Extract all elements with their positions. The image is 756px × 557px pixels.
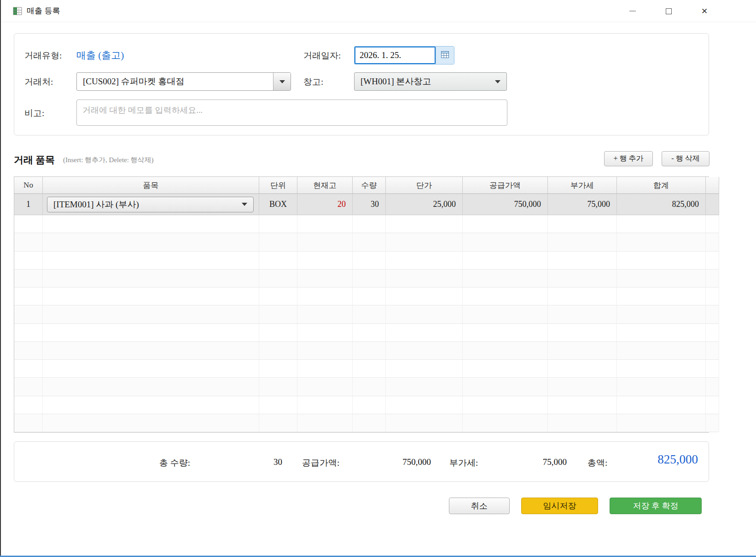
items-table: No 품목 단위 현재고 수량 단가 공급가액 부가세 합계 1 [ITEM00… (14, 176, 709, 433)
empty-cell (259, 360, 297, 378)
empty-cell (297, 360, 353, 378)
empty-cell (259, 287, 297, 305)
transaction-date-label: 거래일자: (303, 50, 341, 62)
header-unit-price: 단가 (386, 177, 463, 194)
items-grid: No 품목 단위 현재고 수량 단가 공급가액 부가세 합계 1 [ITEM00… (14, 177, 709, 432)
empty-cell (617, 414, 706, 432)
empty-cell (353, 396, 386, 414)
empty-cell (706, 324, 719, 342)
date-input[interactable] (355, 47, 436, 64)
empty-cell (706, 252, 719, 270)
empty-cell (548, 252, 617, 270)
empty-cell (706, 270, 719, 287)
window-title: 매출 등록 (27, 6, 60, 16)
empty-cell (463, 396, 548, 414)
calendar-button[interactable] (436, 47, 454, 64)
temp-save-button[interactable]: 임시저장 (521, 498, 598, 514)
items-section-hint: (Insert: 행추가, Delete: 행삭제) (63, 156, 154, 164)
total-qty-value: 30 (244, 457, 282, 467)
empty-cell (706, 414, 719, 432)
empty-cell (353, 252, 386, 270)
empty-cell (386, 233, 463, 251)
empty-cell (463, 305, 548, 323)
empty-cell (548, 305, 617, 323)
empty-cell (14, 252, 43, 270)
empty-cell (463, 215, 548, 233)
empty-cell (548, 378, 617, 396)
empty-cell (43, 414, 259, 432)
empty-cell (297, 287, 353, 305)
items-section-title: 거래 품목 (14, 153, 55, 166)
empty-cell (353, 287, 386, 305)
empty-cell (43, 270, 259, 287)
unit-cell: BOX (259, 194, 297, 215)
empty-cell (463, 360, 548, 378)
empty-cell (43, 215, 259, 233)
warehouse-value: [WH001] 본사창고 (355, 76, 489, 88)
empty-cell (259, 342, 297, 360)
empty-cell (43, 233, 259, 251)
empty-cell (353, 305, 386, 323)
warehouse-dropdown[interactable]: [WH001] 본사창고 (354, 72, 507, 91)
supply-amount-value: 750,000 (364, 457, 431, 467)
memo-input[interactable] (76, 100, 507, 126)
empty-cell (463, 342, 548, 360)
save-confirm-button[interactable]: 저장 후 확정 (610, 498, 702, 514)
empty-cell (617, 233, 706, 251)
qty-cell[interactable]: 30 (353, 194, 386, 215)
titlebar: 매출 등록 ✕ (1, 0, 756, 22)
empty-cell (548, 360, 617, 378)
calendar-icon (441, 51, 449, 60)
unit-price-cell[interactable]: 25,000 (386, 194, 463, 215)
empty-cell (617, 360, 706, 378)
empty-cell (463, 233, 548, 251)
empty-cell (259, 233, 297, 251)
item-dropdown[interactable]: [ITEM001] 사과 (부사) (47, 197, 254, 212)
empty-cell (14, 270, 43, 287)
empty-cell (548, 215, 617, 233)
empty-cell (386, 414, 463, 432)
empty-cell (353, 378, 386, 396)
total-cell: 825,000 (617, 194, 706, 215)
close-button[interactable]: ✕ (694, 0, 715, 22)
empty-cell (14, 342, 43, 360)
empty-cell (617, 252, 706, 270)
empty-cell (297, 342, 353, 360)
empty-cell (706, 396, 719, 414)
empty-cell (463, 414, 548, 432)
cancel-button[interactable]: 취소 (449, 498, 510, 514)
empty-cell (259, 414, 297, 432)
empty-cell (14, 414, 43, 432)
empty-cell (43, 360, 259, 378)
header-filler (706, 177, 719, 194)
empty-cell (617, 342, 706, 360)
empty-cell (259, 324, 297, 342)
vat-label: 부가세: (449, 457, 478, 469)
add-row-button[interactable]: + 행 추가 (604, 151, 653, 166)
minimize-button[interactable] (622, 0, 643, 22)
chevron-down-icon (236, 203, 253, 206)
empty-cell (259, 252, 297, 270)
empty-cell (463, 287, 548, 305)
empty-cell (617, 215, 706, 233)
transaction-type-value: 매출 (출고) (76, 49, 124, 62)
delete-row-button[interactable]: - 행 삭제 (662, 151, 709, 166)
stock-cell: 20 (297, 194, 353, 215)
empty-cell (386, 342, 463, 360)
empty-cell (43, 342, 259, 360)
empty-cell (259, 396, 297, 414)
dropdown-arrow-button[interactable] (273, 73, 291, 90)
empty-cell (353, 414, 386, 432)
empty-cell (548, 414, 617, 432)
empty-cell (706, 215, 719, 233)
empty-cell (14, 360, 43, 378)
vat-value: 75,000 (502, 457, 567, 467)
empty-cell (297, 324, 353, 342)
empty-cell (297, 215, 353, 233)
empty-cell (43, 287, 259, 305)
customer-dropdown[interactable]: [CUS002] 슈퍼마켓 홍대점 (76, 72, 291, 91)
window-left-edge (0, 0, 1, 557)
maximize-button[interactable] (658, 0, 679, 22)
header-qty: 수량 (353, 177, 386, 194)
empty-cell (259, 378, 297, 396)
